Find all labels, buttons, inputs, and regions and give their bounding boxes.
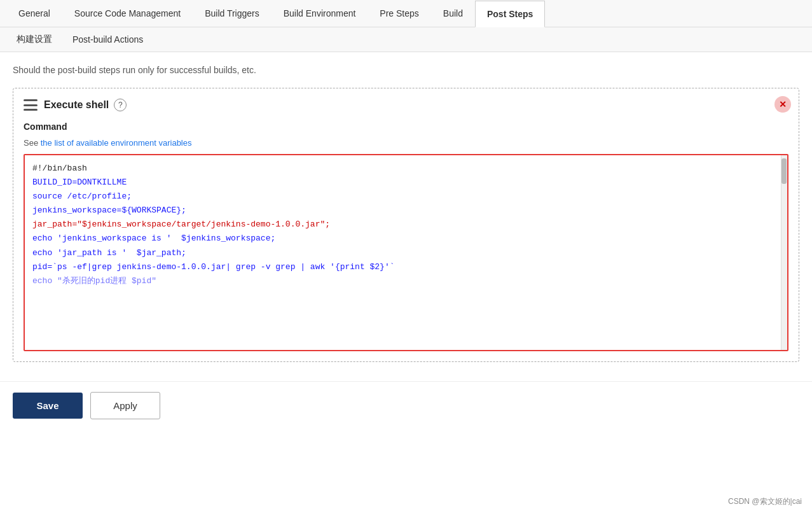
tab-build[interactable]: Build bbox=[431, 0, 475, 27]
help-icon[interactable]: ? bbox=[114, 99, 127, 111]
tab-general[interactable]: General bbox=[6, 0, 62, 27]
tab-post-build-actions[interactable]: Post-build Actions bbox=[62, 28, 153, 51]
command-label: Command bbox=[24, 122, 788, 132]
drag-handle-icon[interactable] bbox=[24, 99, 38, 111]
scrollbar-thumb bbox=[781, 158, 787, 184]
tab-source-code-management[interactable]: Source Code Management bbox=[62, 0, 193, 27]
close-button[interactable]: ✕ bbox=[774, 96, 791, 113]
shell-title: Execute shell bbox=[44, 99, 109, 111]
scrollbar[interactable] bbox=[781, 155, 787, 350]
execute-shell-card: Execute shell ? ✕ Command See the list o… bbox=[13, 88, 799, 362]
tab-post-steps[interactable]: Post Steps bbox=[475, 1, 545, 27]
tab-build-triggers[interactable]: Build Triggers bbox=[193, 0, 272, 27]
description-text: Should the post-build steps run only for… bbox=[13, 65, 799, 75]
tab-build-environment[interactable]: Build Environment bbox=[272, 0, 368, 27]
shell-header: Execute shell ? bbox=[24, 99, 788, 111]
nav-tabs-row1: General Source Code Management Build Tri… bbox=[0, 0, 812, 27]
nav-tabs-row2: 构建设置 Post-build Actions bbox=[0, 27, 812, 52]
apply-button[interactable]: Apply bbox=[90, 392, 160, 419]
env-variables-link[interactable]: the list of available environment variab… bbox=[41, 138, 192, 148]
code-editor-wrapper: #!/bin/bash BUILD_ID=DONTKILLME source /… bbox=[24, 154, 788, 351]
main-content: Should the post-build steps run only for… bbox=[0, 52, 812, 381]
footer-buttons: Save Apply bbox=[0, 381, 812, 429]
tab-build-settings[interactable]: 构建设置 bbox=[6, 27, 62, 52]
env-link-text: See the list of available environment va… bbox=[24, 138, 788, 148]
save-button[interactable]: Save bbox=[13, 393, 83, 419]
tab-pre-steps[interactable]: Pre Steps bbox=[368, 0, 430, 27]
